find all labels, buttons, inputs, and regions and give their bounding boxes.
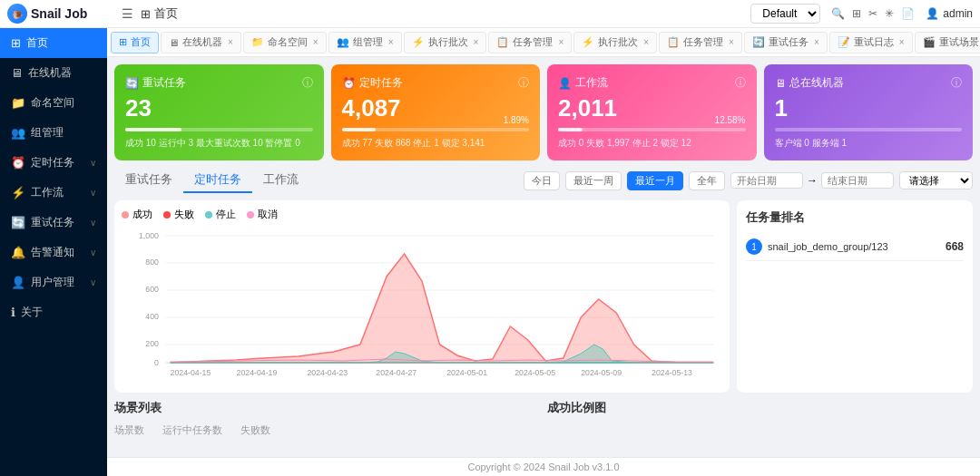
close-icon-3[interactable]: × bbox=[388, 37, 394, 47]
machines-info-icon[interactable]: ⓘ bbox=[951, 75, 962, 91]
doc-icon[interactable]: 📄 bbox=[901, 7, 915, 20]
subtab-retry[interactable]: 重试任务 bbox=[114, 168, 183, 193]
sidebar-item-group[interactable]: 👥 组管理 bbox=[0, 118, 107, 148]
svg-text:1,000: 1,000 bbox=[139, 231, 159, 240]
pie-chart-title: 成功比例图 bbox=[547, 400, 973, 416]
ranking-name-1: snail_job_demo_group/123 bbox=[768, 241, 940, 252]
date-btn-today[interactable]: 今日 bbox=[524, 171, 560, 190]
tab-icon-task1: 📋 bbox=[496, 36, 509, 48]
tab-retry-task[interactable]: 🔄 重试任务 × bbox=[744, 32, 828, 53]
chevron-down-icon-4: ∨ bbox=[90, 248, 96, 257]
chart-svg-container: 0 200 400 600 800 1,000 2024-04-15 2024-… bbox=[122, 227, 722, 385]
tab-retry-log[interactable]: 📝 重试日志 × bbox=[829, 32, 913, 53]
stat-machines-footer: 客户端 0 服务端 1 bbox=[775, 137, 963, 150]
sidebar-item-alarm[interactable]: 🔔 告警通知 ∨ bbox=[0, 238, 107, 267]
sidebar-item-workflow[interactable]: ⚡ 工作流 ∨ bbox=[0, 178, 107, 208]
chart-svg: 0 200 400 600 800 1,000 2024-04-15 2024-… bbox=[122, 227, 722, 385]
svg-text:2024-04-27: 2024-04-27 bbox=[376, 368, 416, 377]
stat-card-retry-header: 🔄 重试任务 ⓘ bbox=[125, 75, 313, 91]
legend-fail: 失败 bbox=[163, 208, 194, 221]
app-logo: 🐌 Snail Job bbox=[7, 4, 114, 24]
sidebar-item-about[interactable]: ℹ 关于 bbox=[0, 297, 107, 327]
ranking-title: 任务量排名 bbox=[746, 209, 964, 226]
tab-label-retry: 重试任务 bbox=[769, 35, 808, 49]
legend-dot-stop bbox=[205, 211, 212, 219]
menu-toggle-icon[interactable]: ☰ bbox=[122, 6, 133, 21]
close-icon[interactable]: × bbox=[228, 37, 233, 47]
svg-text:0: 0 bbox=[154, 358, 159, 367]
grid-icon[interactable]: ⊞ bbox=[852, 7, 861, 20]
close-icon-9[interactable]: × bbox=[899, 37, 905, 47]
tab-task-mgmt2[interactable]: 📋 任务管理 × bbox=[659, 32, 742, 53]
tab-group[interactable]: 👥 组管理 × bbox=[328, 32, 402, 53]
sidebar-item-home[interactable]: ⊞ 首页 bbox=[0, 28, 107, 58]
close-icon-2[interactable]: × bbox=[313, 37, 318, 47]
cut-icon[interactable]: ✂ bbox=[868, 7, 877, 20]
retry-info-icon[interactable]: ⓘ bbox=[302, 75, 313, 91]
date-btn-week[interactable]: 最近一周 bbox=[565, 171, 622, 190]
close-icon-8[interactable]: × bbox=[814, 37, 819, 47]
stat-machines-progress bbox=[775, 128, 963, 131]
stat-scheduled-progress-label: 1.89% bbox=[504, 115, 529, 125]
legend-label-cancel: 取消 bbox=[258, 208, 278, 221]
tab-exec-batch1[interactable]: ⚡ 执行批次 × bbox=[404, 32, 487, 53]
date-end-input[interactable] bbox=[821, 172, 894, 189]
breadcrumb-icon: ⊞ bbox=[141, 7, 151, 21]
sidebar-item-retry[interactable]: 🔄 重试任务 ∨ bbox=[0, 208, 107, 238]
sidebar-label-namespace: 命名空间 bbox=[31, 95, 96, 111]
tab-label-task2: 任务管理 bbox=[683, 35, 723, 49]
tab-label-task1: 任务管理 bbox=[513, 35, 553, 49]
search-icon[interactable]: 🔍 bbox=[831, 7, 845, 20]
tab-label-group: 组管理 bbox=[353, 35, 383, 49]
tab-icon-retry-log: 📝 bbox=[838, 36, 850, 48]
tab-home[interactable]: ⊞ 首页 bbox=[111, 32, 159, 53]
stat-workflow-progress-label: 12.58% bbox=[715, 115, 746, 125]
svg-text:2024-05-13: 2024-05-13 bbox=[652, 368, 692, 377]
date-start-input[interactable] bbox=[730, 172, 803, 189]
date-btn-month[interactable]: 最近一月 bbox=[627, 171, 683, 190]
stat-workflow-progress: 12.58% bbox=[558, 128, 746, 131]
retry-card-icon: 🔄 bbox=[125, 77, 139, 90]
tab-exec-batch2[interactable]: ⚡ 执行批次 × bbox=[573, 32, 657, 53]
date-btn-year[interactable]: 全年 bbox=[689, 171, 725, 190]
sidebar-item-machines[interactable]: 🖥 在线机器 bbox=[0, 58, 107, 88]
close-icon-4[interactable]: × bbox=[474, 37, 479, 47]
tab-machines[interactable]: 🖥 在线机器 × bbox=[161, 32, 241, 53]
close-icon-5[interactable]: × bbox=[558, 37, 564, 47]
scheduled-info-icon[interactable]: ⓘ bbox=[518, 75, 529, 91]
namespace-icon: 📁 bbox=[11, 96, 25, 110]
sidebar: ⊞ 首页 🖥 在线机器 📁 命名空间 👥 组管理 ⏰ 定时任务 ∨ ⚡ 工作流 … bbox=[0, 28, 107, 476]
chevron-down-icon-5: ∨ bbox=[90, 277, 96, 287]
sidebar-label-retry: 重试任务 bbox=[31, 215, 84, 230]
workflow-info-icon[interactable]: ⓘ bbox=[735, 75, 746, 91]
tab-retry-scene[interactable]: 🎬 重试场景 × bbox=[915, 32, 980, 53]
username-label: admin bbox=[943, 7, 973, 20]
close-icon-6[interactable]: × bbox=[643, 37, 649, 47]
stat-card-machines-header: 🖥 总在线机器 ⓘ bbox=[775, 75, 963, 91]
subtab-scheduled[interactable]: 定时任务 bbox=[183, 168, 252, 193]
tab-namespace[interactable]: 📁 命名空间 × bbox=[243, 32, 327, 53]
subtab-workflow[interactable]: 工作流 bbox=[252, 168, 309, 193]
group-icon: 👥 bbox=[11, 126, 25, 140]
svg-text:800: 800 bbox=[145, 257, 159, 267]
sidebar-label-group: 组管理 bbox=[31, 125, 96, 141]
stat-card-workflow: 👤 工作流 ⓘ 2,011 12.58% 成功 0 失败 1,997 停止 2 … bbox=[547, 64, 757, 160]
sidebar-label-scheduled: 定时任务 bbox=[31, 155, 84, 170]
workspace-select[interactable]: Default bbox=[750, 4, 820, 24]
user-menu[interactable]: 👤 admin bbox=[926, 7, 973, 20]
sidebar-item-scheduled[interactable]: ⏰ 定时任务 ∨ bbox=[0, 148, 107, 178]
star-icon[interactable]: ✳ bbox=[885, 7, 894, 20]
close-icon-7[interactable]: × bbox=[729, 37, 734, 47]
chart-rank-section: 成功 失败 停止 取消 bbox=[114, 200, 973, 393]
svg-text:2024-04-23: 2024-04-23 bbox=[307, 368, 348, 377]
bell-icon: 🔔 bbox=[11, 246, 25, 259]
sidebar-item-users[interactable]: 👤 用户管理 ∨ bbox=[0, 267, 107, 297]
subtabs-row: 重试任务 定时任务 工作流 今日 最近一周 最近一月 全年 → 请选择 bbox=[114, 168, 973, 193]
tab-task-mgmt1[interactable]: 📋 任务管理 × bbox=[488, 32, 572, 53]
ranking-count-1: 668 bbox=[946, 240, 964, 253]
breadcrumb: ⊞ 首页 bbox=[141, 5, 178, 22]
sidebar-item-namespace[interactable]: 📁 命名空间 bbox=[0, 88, 107, 118]
task-type-select[interactable]: 请选择 bbox=[899, 171, 973, 189]
scene-list-section: 场景列表 场景数 运行中任务数 失败数 bbox=[114, 400, 540, 441]
sidebar-label-workflow: 工作流 bbox=[31, 185, 84, 200]
